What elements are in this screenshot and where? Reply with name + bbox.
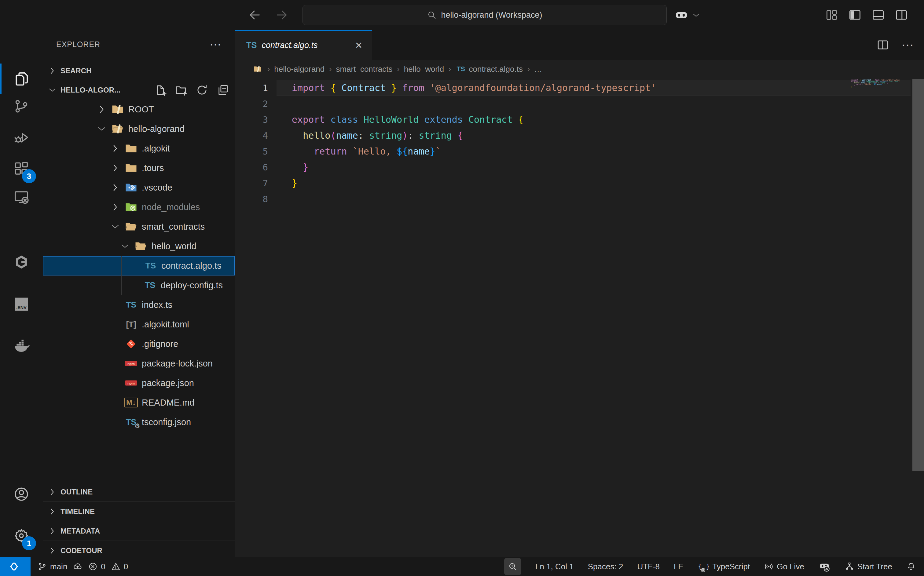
nav-forward-icon[interactable] [275,8,288,22]
tree-indent-guide [121,256,122,295]
remote-indicator[interactable] [0,557,30,576]
code-line-4[interactable]: 4 hello(name: string): string { [235,128,924,144]
tree-item--vscode[interactable]: .vscode [43,178,235,197]
split-editor-icon[interactable] [876,38,889,51]
breadcrumb-item-smart-contracts[interactable]: smart_contracts [336,64,392,74]
code-editor[interactable]: 1import { Contract } from '@algorandfoun… [235,79,924,557]
breadcrumb-label: smart_contracts [336,64,392,74]
tree-item--algokit-toml[interactable]: [T].algokit.toml [43,315,235,334]
breadcrumb-label: contract.algo.ts [469,64,523,74]
toggle-panel-icon[interactable] [871,8,885,22]
status-errors[interactable]: 0 [88,562,105,571]
status-cursor-position[interactable]: Ln 1, Col 1 [535,562,574,571]
explorer-more-actions-icon[interactable]: ⋯ [210,38,221,50]
status-sync[interactable] [73,562,83,571]
activity-item-settings[interactable]: 1 [0,520,43,551]
new-folder-icon[interactable] [175,84,187,96]
refresh-explorer-icon[interactable] [195,84,208,96]
copilot-icon[interactable] [674,8,689,22]
chevron-right-icon[interactable] [110,182,120,193]
status-start-tree[interactable]: Start Tree [845,562,892,571]
editor-scrollbar[interactable] [912,79,924,557]
tree-item--algokit[interactable]: .algokit [43,139,235,158]
tree-item-package-lock-json[interactable]: npmpackage-lock.json [43,354,235,373]
customize-layout-icon[interactable] [825,8,838,22]
tab-bar: TS contract.algo.ts ✕ ⋯ [235,30,924,60]
code-line-6[interactable]: 6 } [235,159,924,175]
tab-close-icon[interactable]: ✕ [354,40,364,51]
chevron-right-icon[interactable] [110,143,120,154]
activity-item-docker[interactable] [0,330,43,361]
tree-item-readme-md[interactable]: M↓README.md [43,393,235,412]
chevron-down-icon[interactable] [110,221,120,232]
tree-item-index-ts[interactable]: TSindex.ts [43,295,235,315]
tree-item-tsconfig-json[interactable]: TS⚙tsconfig.json [43,412,235,432]
toggle-primary-sidebar-icon[interactable] [848,8,862,22]
tree-item-smart-contracts[interactable]: smart_contracts [43,217,235,237]
tree-item-deploy-config-ts[interactable]: TSdeploy-config.ts [43,275,235,295]
status-language[interactable]: { }TypeScript [697,560,750,573]
code-line-1[interactable]: 1import { Contract } from '@algorandfoun… [235,80,924,96]
scrollbar-slider[interactable] [913,79,924,471]
activity-item-extensions[interactable]: 3 [0,153,43,184]
code-line-7[interactable]: 7} [235,175,924,191]
breadcrumb-item-hello-algorand[interactable]: hello-algorand [274,64,325,74]
pane-header-timeline[interactable]: TIMELINE [43,501,235,521]
svg-text:.ENV: .ENV [16,305,27,310]
editor-more-actions-icon[interactable]: ⋯ [902,38,914,51]
activity-item-dotenv[interactable]: .ENV [0,289,43,320]
breadcrumb-item-hello-world[interactable]: hello_world [404,64,444,74]
md-icon: M↓ [124,396,138,409]
tab-contract-algo-ts[interactable]: TS contract.algo.ts ✕ [235,30,372,60]
code-line-2[interactable]: 2 [235,96,924,112]
chevron-right-icon[interactable] [110,202,120,212]
chevron-down-icon[interactable] [96,124,107,134]
copilot-chevron-down-icon[interactable] [692,11,700,19]
breadcrumb-item-icon[interactable] [252,64,263,74]
workspace-section-header[interactable]: HELLO-ALGOR... [43,80,235,99]
chevron-right-icon[interactable] [96,104,107,115]
breadcrumb-label: hello_world [404,64,444,74]
collapse-folders-icon[interactable] [216,84,229,96]
tree-item-contract-algo-ts[interactable]: TScontract.algo.ts [43,256,235,275]
code-line-8[interactable]: 8 [235,191,924,207]
activity-item-algokit[interactable] [0,247,43,277]
line-content: import { Contract } from '@algorandfound… [277,80,656,96]
status-encoding[interactable]: UTF-8 [637,562,660,571]
tree-item-package-json[interactable]: npmpackage.json [43,373,235,393]
toggle-secondary-sidebar-icon[interactable] [895,8,908,22]
status-zoom[interactable] [504,558,521,575]
tree-item-hello-algorand[interactable]: hello-algorand [43,119,235,139]
status-branch[interactable]: main [37,562,67,571]
nav-back-icon[interactable] [248,8,261,22]
activity-item-remote-explorer[interactable] [0,182,43,212]
status-go-live[interactable]: Go Live [764,562,804,571]
minimap[interactable]: import { Contract } from '@algorandfound… [851,79,900,88]
command-center[interactable]: hello-algorand (Workspace) [303,5,667,25]
tree-item--gitignore[interactable]: .gitignore [43,334,235,354]
tree-item-node-modules[interactable]: JSnode_modules [43,197,235,217]
tree-item-root[interactable]: ROOT [43,99,235,119]
status-copilot-status[interactable] [818,560,831,573]
breadcrumb-item--[interactable]: … [534,64,542,74]
chevron-down-icon[interactable] [120,241,130,251]
code-line-5[interactable]: 5 return `Hello, ${name}` [235,144,924,159]
activity-item-accounts[interactable] [0,479,43,509]
tree-item-hello-world[interactable]: hello_world [43,237,235,256]
new-file-icon[interactable] [154,84,167,96]
activity-item-run-debug[interactable] [0,122,43,153]
pane-header-outline[interactable]: OUTLINE [43,482,235,501]
chevron-right-icon [48,66,57,75]
chevron-right-icon[interactable] [110,163,120,173]
pane-header-metadata[interactable]: METADATA [43,521,235,541]
status-eol[interactable]: LF [674,562,683,571]
activity-item-explorer[interactable] [0,64,43,94]
code-line-3[interactable]: 3export class HelloWorld extends Contrac… [235,112,924,128]
status-notifications[interactable] [906,562,916,571]
breadcrumb-item-contract-algo-ts[interactable]: TScontract.algo.ts [456,64,523,74]
status-warnings[interactable]: 0 [111,562,128,571]
tree-item--tours[interactable]: .tours [43,158,235,178]
search-section-header[interactable]: SEARCH [43,62,235,79]
activity-item-source-control[interactable] [0,91,43,122]
status-indentation[interactable]: Spaces: 2 [588,562,623,571]
